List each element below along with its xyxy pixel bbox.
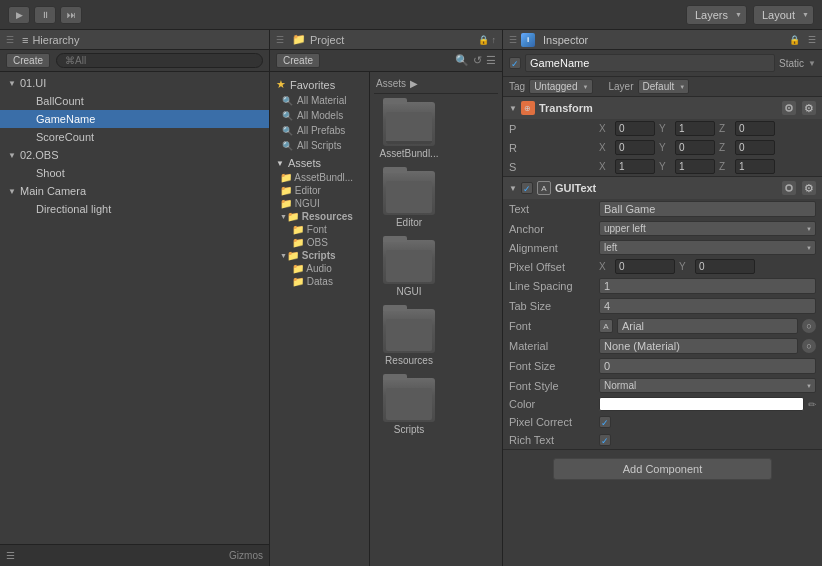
color-label: Color bbox=[509, 398, 599, 410]
static-dropdown-arrow[interactable]: ▼ bbox=[808, 59, 816, 68]
magnify-icon: 🔍 bbox=[282, 141, 293, 151]
asset-item-obs[interactable]: 📁 OBS bbox=[270, 236, 369, 249]
tree-item-02obs[interactable]: ▼ 02.OBS bbox=[0, 146, 269, 164]
layer-dropdown[interactable]: Default bbox=[638, 79, 690, 94]
rich-text-label: Rich Text bbox=[509, 434, 599, 446]
rotation-values: X Y Z bbox=[599, 140, 816, 155]
inspector-menu-icon[interactable]: ☰ bbox=[808, 35, 816, 45]
tree-item-ballcount[interactable]: BallCount bbox=[0, 92, 269, 110]
project-create-button[interactable]: Create bbox=[276, 53, 320, 68]
step-icon: ⏭ bbox=[67, 10, 76, 20]
asset-item-datas[interactable]: 📁 Datas bbox=[270, 275, 369, 288]
layers-dropdown[interactable]: Layers bbox=[686, 5, 747, 25]
line-spacing-input[interactable] bbox=[599, 278, 816, 294]
tree-item-gamename[interactable]: GameName bbox=[0, 110, 269, 128]
alignment-dropdown[interactable]: left bbox=[599, 240, 816, 255]
font-style-dropdown[interactable]: Normal bbox=[599, 378, 816, 393]
asset-item-resources[interactable]: ▼📁 Resources bbox=[270, 210, 369, 223]
position-y-input[interactable] bbox=[675, 121, 715, 136]
position-x-input[interactable] bbox=[615, 121, 655, 136]
font-style-label: Font Style bbox=[509, 380, 599, 392]
asset-item-audio[interactable]: 📁 Audio bbox=[270, 262, 369, 275]
refresh-icon[interactable]: ↺ bbox=[473, 54, 482, 67]
transform-gear-icon[interactable]: ⚙ bbox=[802, 101, 816, 115]
search-icon[interactable]: 🔍 bbox=[455, 54, 469, 67]
options-icon[interactable]: ☰ bbox=[486, 54, 496, 67]
asset-item-assetbundle[interactable]: 📁 AssetBundl... bbox=[270, 171, 369, 184]
scale-z-input[interactable] bbox=[735, 159, 775, 174]
folder-assetbundle[interactable]: AssetBundl... bbox=[374, 98, 444, 163]
pause-icon: ⏸ bbox=[41, 10, 50, 20]
play-icon: ▶ bbox=[16, 10, 23, 20]
font-row: Font A Arial ○ bbox=[503, 316, 822, 336]
rotation-z-input[interactable] bbox=[735, 140, 775, 155]
hierarchy-search-input[interactable] bbox=[56, 53, 263, 68]
tree-item-maincamera[interactable]: ▼ Main Camera bbox=[0, 182, 269, 200]
tag-layer-row: Tag Untagged Layer Default bbox=[503, 77, 822, 97]
rotation-y-input[interactable] bbox=[675, 140, 715, 155]
folder-resources[interactable]: Resources bbox=[374, 305, 444, 370]
fav-item-scripts[interactable]: 🔍 All Scripts bbox=[270, 138, 369, 153]
gameobject-name-input[interactable] bbox=[525, 54, 775, 72]
color-edit-icon[interactable]: ✏ bbox=[808, 399, 816, 410]
material-select-circle[interactable]: ○ bbox=[802, 339, 816, 353]
asset-item-font[interactable]: 📁 Font bbox=[270, 223, 369, 236]
tree-item-01ui[interactable]: ▼ 01.UI bbox=[0, 74, 269, 92]
asset-item-editor[interactable]: 📁 Editor bbox=[270, 184, 369, 197]
alignment-row: Alignment left bbox=[503, 238, 822, 257]
top-toolbar: ▶ ⏸ ⏭ Layers Layout bbox=[0, 0, 822, 30]
material-label: Material bbox=[509, 340, 599, 352]
anchor-dropdown[interactable]: upper left bbox=[599, 221, 816, 236]
scale-x-input[interactable] bbox=[615, 159, 655, 174]
fav-item-material[interactable]: 🔍 All Material bbox=[270, 93, 369, 108]
rotation-x-input[interactable] bbox=[615, 140, 655, 155]
font-size-input[interactable] bbox=[599, 358, 816, 374]
play-button[interactable]: ▶ bbox=[8, 6, 30, 24]
inspector-lock-icon[interactable]: 🔒 bbox=[789, 35, 800, 45]
pixel-offset-x-input[interactable] bbox=[615, 259, 675, 274]
layout-dropdown[interactable]: Layout bbox=[753, 5, 814, 25]
folder-editor[interactable]: Editor bbox=[374, 167, 444, 232]
x-label: X bbox=[599, 123, 611, 134]
font-select-circle[interactable]: ○ bbox=[802, 319, 816, 333]
folder-ngui[interactable]: NGUI bbox=[374, 236, 444, 301]
font-field: A Arial ○ bbox=[599, 318, 816, 334]
font-object-icon: A bbox=[599, 319, 613, 333]
transform-title: Transform bbox=[539, 102, 778, 114]
pixel-correct-checkbox[interactable] bbox=[599, 416, 611, 428]
pause-button[interactable]: ⏸ bbox=[34, 6, 56, 24]
gameobject-active-checkbox[interactable] bbox=[509, 57, 521, 69]
transform-settings-icon[interactable] bbox=[782, 101, 796, 115]
assets-section-header: ▼ Assets bbox=[270, 153, 369, 171]
tree-item-shoot[interactable]: Shoot bbox=[0, 164, 269, 182]
tree-item-scorecount[interactable]: ScoreCount bbox=[0, 128, 269, 146]
drag-handle: ☰ bbox=[6, 35, 14, 45]
pixel-offset-y-input[interactable] bbox=[695, 259, 755, 274]
step-button[interactable]: ⏭ bbox=[60, 6, 82, 24]
guitext-header[interactable]: ▼ A GUIText ⚙ bbox=[503, 177, 822, 199]
transform-header[interactable]: ▼ ⊕ Transform ⚙ bbox=[503, 97, 822, 119]
color-swatch[interactable] bbox=[599, 397, 804, 411]
tree-item-dirlight[interactable]: Directional light bbox=[0, 200, 269, 218]
position-z-input[interactable] bbox=[735, 121, 775, 136]
guitext-text-input[interactable] bbox=[599, 201, 816, 217]
magnify-icon: 🔍 bbox=[282, 126, 293, 136]
tag-dropdown[interactable]: Untagged bbox=[529, 79, 592, 94]
scale-y-input[interactable] bbox=[675, 159, 715, 174]
tab-size-row: Tab Size bbox=[503, 296, 822, 316]
guitext-gear-icon[interactable]: ⚙ bbox=[802, 181, 816, 195]
rich-text-checkbox[interactable] bbox=[599, 434, 611, 446]
guitext-enabled-checkbox[interactable] bbox=[521, 182, 533, 194]
folder-scripts[interactable]: Scripts bbox=[374, 374, 444, 439]
y-label: Y bbox=[679, 261, 691, 272]
asset-item-ngui[interactable]: 📁 NGUI bbox=[270, 197, 369, 210]
guitext-settings-icon[interactable] bbox=[782, 181, 796, 195]
transform-position-row: P X Y Z bbox=[503, 119, 822, 138]
fav-item-prefabs[interactable]: 🔍 All Prefabs bbox=[270, 123, 369, 138]
fav-item-models[interactable]: 🔍 All Models bbox=[270, 108, 369, 123]
tab-size-input[interactable] bbox=[599, 298, 816, 314]
x-label: X bbox=[599, 261, 611, 272]
hierarchy-create-button[interactable]: Create bbox=[6, 53, 50, 68]
asset-item-scripts[interactable]: ▼📁 Scripts bbox=[270, 249, 369, 262]
add-component-button[interactable]: Add Component bbox=[553, 458, 772, 480]
